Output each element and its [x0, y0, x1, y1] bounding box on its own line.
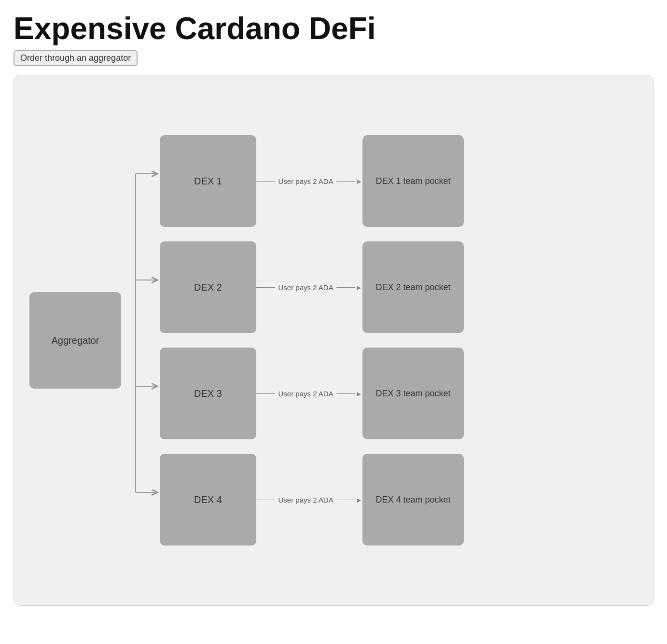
arrow3: User pays 2 ADA ►	[256, 390, 362, 398]
dex-row-4: DEX 4 User pays 2 ADA ► DEX 4 team pocke…	[160, 454, 638, 546]
arrow4: User pays 2 ADA ►	[256, 496, 362, 504]
arrow1: User pays 2 ADA ►	[256, 177, 362, 185]
arrow2-head: ►	[355, 283, 362, 292]
arrow3-line2	[336, 393, 355, 394]
pocket3-label: DEX 3 team pocket	[375, 389, 450, 399]
arrow4-line	[256, 500, 275, 500]
dex3-box: DEX 3	[160, 348, 256, 439]
arrow2: User pays 2 ADA ►	[256, 283, 362, 292]
arrow3-text: User pays 2 ADA	[275, 390, 336, 398]
aggregator-label: Aggregator	[52, 335, 99, 346]
arrow1-line2	[336, 181, 355, 182]
dex-row-3: DEX 3 User pays 2 ADA ► DEX 3 team pocke…	[160, 348, 638, 439]
arrow3-line	[256, 393, 275, 394]
arrow1-line	[256, 181, 275, 182]
dex-row-1: DEX 1 User pays 2 ADA ► DEX 1 team pocke…	[160, 135, 638, 227]
dex-rows: DEX 1 User pays 2 ADA ► DEX 1 team pocke…	[160, 135, 638, 546]
pocket1-box: DEX 1 team pocket	[362, 135, 464, 227]
arrow2-line	[256, 287, 275, 288]
pocket3-box: DEX 3 team pocket	[362, 348, 464, 439]
pocket4-box: DEX 4 team pocket	[362, 454, 464, 546]
dex-row-2: DEX 2 User pays 2 ADA ► DEX 2 team pocke…	[160, 241, 638, 333]
dex1-box: DEX 1	[160, 135, 256, 227]
tree-connector	[121, 128, 160, 553]
pocket2-label: DEX 2 team pocket	[375, 282, 450, 293]
dex3-label: DEX 3	[194, 388, 222, 399]
aggregator-box: Aggregator	[29, 292, 121, 389]
page-title: Expensive Cardano DeFi	[14, 12, 653, 45]
arrow4-text: User pays 2 ADA	[275, 496, 336, 504]
arrow2-text: User pays 2 ADA	[275, 283, 336, 292]
dex1-label: DEX 1	[194, 176, 222, 187]
pocket4-label: DEX 4 team pocket	[375, 495, 450, 505]
dex4-box: DEX 4	[160, 454, 256, 546]
pocket2-box: DEX 2 team pocket	[362, 241, 464, 333]
pocket1-label: DEX 1 team pocket	[375, 176, 450, 186]
arrow1-text: User pays 2 ADA	[275, 177, 336, 185]
arrow4-head: ►	[355, 496, 362, 504]
arrow4-line2	[336, 500, 355, 500]
diagram-container: Aggregator	[14, 75, 653, 606]
arrow2-line2	[336, 287, 355, 288]
arrow1-head: ►	[355, 177, 362, 185]
main-layout: Aggregator	[29, 128, 638, 553]
dex2-box: DEX 2	[160, 241, 256, 333]
subtitle-badge: Order through an aggregator	[14, 50, 138, 66]
arrow3-head: ►	[355, 390, 362, 398]
dex2-label: DEX 2	[194, 282, 222, 293]
dex4-label: DEX 4	[194, 494, 222, 505]
